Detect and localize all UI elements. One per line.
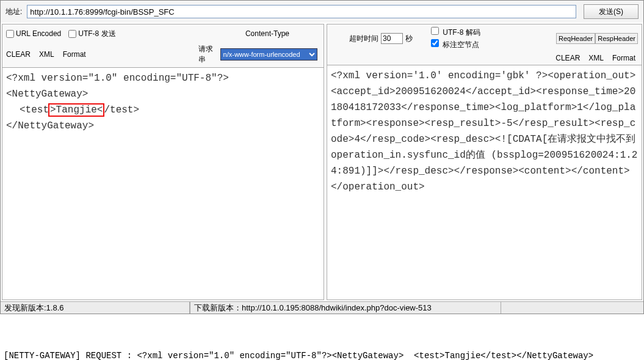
xml-button[interactable]: XML (39, 50, 54, 59)
status-bar: 发现新版本:1.8.6 下载新版本：http://10.1.0.195:8088… (1, 301, 643, 314)
log-request-body: <?xml version="1.0" encoding="UTF-8"?><N… (137, 351, 593, 360)
address-input[interactable] (27, 5, 576, 18)
utf8-send-checkbox[interactable] (68, 30, 76, 38)
resp-format-button[interactable]: Format (612, 54, 635, 62)
url-encoded-label: URL Encoded (16, 29, 61, 38)
address-label: 地址: (5, 7, 22, 17)
timeout-label: 超时时间 (349, 34, 378, 44)
mark-empty-checkbox[interactable] (431, 39, 439, 47)
content-type-select[interactable]: n/x-www-form-urlencoded (220, 48, 317, 61)
utf8-decode-checkbox[interactable] (431, 27, 439, 35)
format-button[interactable]: Format (63, 50, 86, 59)
url-encoded-checkbox[interactable] (6, 30, 14, 38)
resp-header-button[interactable]: RespHeader (595, 33, 638, 44)
request-string-label: 请求串 (198, 44, 220, 65)
status-version: 发现新版本:1.8.6 (1, 302, 190, 314)
mark-empty-label: 标注空节点 (443, 40, 479, 49)
seconds-label: 秒 (405, 34, 413, 44)
resp-xml-button[interactable]: XML (588, 54, 604, 62)
timeout-input[interactable] (381, 33, 403, 44)
highlight-tangjie: >Tangjie< (48, 103, 104, 117)
request-panel: URL Encoded UTF-8 发送 Content-Type CLEAR … (2, 24, 324, 300)
utf8-send-label: UTF-8 发送 (78, 29, 115, 39)
response-body-textarea[interactable]: <?xml version='1.0' encoding='gbk' ?><op… (327, 65, 642, 297)
resp-clear-button[interactable]: CLEAR (555, 54, 580, 62)
log-request-prefix: [NETTY-GATEWAY] REQUEST : (4, 351, 137, 360)
response-panel: 超时时间 秒 UTF-8 解码 标注空节点 ReqHeader RespHead… (327, 24, 642, 300)
req-header-button[interactable]: ReqHeader (556, 33, 595, 44)
utf8-decode-label: UTF-8 解码 (443, 28, 480, 37)
send-button[interactable]: 发送(S) (584, 4, 639, 19)
log-output: [NETTY-GATEWAY] REQUEST : <?xml version=… (0, 314, 644, 360)
status-download: 下载新版本：http://10.1.0.195:8088/hdwiki/inde… (190, 302, 501, 314)
request-body-textarea[interactable]: <?xml version="1.0" encoding="UTF-8"?> <… (2, 67, 324, 299)
content-type-label: Content-Type (245, 29, 289, 38)
address-bar: 地址: 发送(S) (1, 1, 643, 23)
clear-button[interactable]: CLEAR (6, 50, 31, 59)
